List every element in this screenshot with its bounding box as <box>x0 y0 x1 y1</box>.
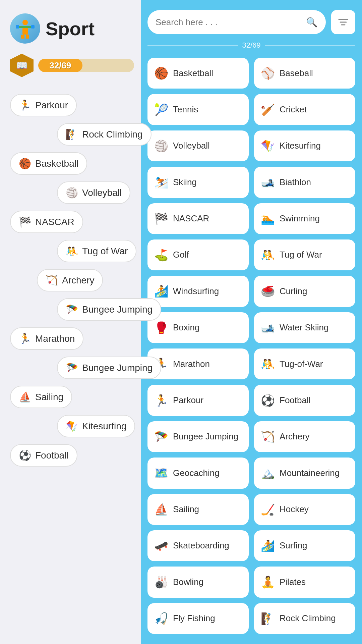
svg-rect-3 <box>31 25 35 29</box>
chip-bungee-1[interactable]: 🪂 Bungee Jumping <box>57 298 161 321</box>
chip-rock-climbing[interactable]: 🧗 Rock Climbing <box>57 123 152 146</box>
svg-rect-4 <box>22 28 28 35</box>
grid-item[interactable]: 🏀Basketball <box>147 58 249 89</box>
chip-sailing[interactable]: ⛵ Sailing <box>10 386 72 408</box>
sport-icon: 🎾 <box>154 103 168 116</box>
chip-marathon[interactable]: 🏃 Marathon <box>10 327 83 350</box>
sport-label: Bowling <box>173 577 203 587</box>
sport-icon: 🪂 <box>154 430 168 443</box>
chip-parkour-label: Parkour <box>35 100 68 111</box>
svg-rect-2 <box>16 25 19 29</box>
search-input[interactable] <box>156 17 302 28</box>
kitesurfing-icon-left: 🪁 <box>66 420 78 432</box>
sport-label: Skateboarding <box>173 540 229 551</box>
grid-item[interactable]: 🛹Skateboarding <box>147 530 249 561</box>
grid-item[interactable]: 🧗Rock Climbing <box>254 603 355 634</box>
grid-item[interactable]: 🏃Marathon <box>147 348 249 379</box>
sport-icon: 🛹 <box>154 539 168 552</box>
sport-icon: 🎿 <box>261 321 275 334</box>
search-box[interactable]: 🔍 <box>147 10 326 34</box>
grid-item[interactable]: ⚽Football <box>254 385 355 416</box>
sport-icon: 🏃 <box>154 394 168 407</box>
sport-label: Water Skiing <box>280 322 328 333</box>
chip-marathon-label: Marathon <box>35 333 75 344</box>
sport-label: Fly Fishing <box>173 613 215 624</box>
chip-volleyball-label: Volleyball <box>82 187 122 198</box>
sailing-icon-left: ⛵ <box>19 391 31 403</box>
chip-tug-of-war[interactable]: 🤼 Tug of War <box>57 240 136 262</box>
sport-label: Volleyball <box>173 141 210 151</box>
grid-item[interactable]: 🥌Curling <box>254 276 355 307</box>
chip-nascar[interactable]: 🏁 NASCAR <box>10 211 83 233</box>
sport-icon: 🏀 <box>154 66 168 80</box>
count-row: 32/69 <box>147 41 355 50</box>
grid-item[interactable]: ⛵Sailing <box>147 494 249 525</box>
grid-item[interactable]: ⚾Baseball <box>254 58 355 89</box>
grid-item[interactable]: 🥊Boxing <box>147 312 249 343</box>
filter-button[interactable] <box>331 10 355 34</box>
chip-parkour[interactable]: 🏃 Parkour <box>10 94 77 116</box>
chip-football[interactable]: ⚽ Football <box>10 444 77 467</box>
grid-item[interactable]: 🤼Tug of War <box>254 239 355 270</box>
bungee-icon-2: 🪂 <box>66 362 78 374</box>
grid-item[interactable]: 🪁Kitesurfing <box>254 130 355 161</box>
sport-label: Surfing <box>280 540 307 551</box>
chip-volleyball[interactable]: 🏐 Volleyball <box>57 181 130 204</box>
grid-item[interactable]: 🤼Tug-of-War <box>254 348 355 379</box>
chip-bungee-2[interactable]: 🪂 Bungee Jumping <box>57 357 161 379</box>
grid-item[interactable]: 🎿Biathlon <box>254 167 355 198</box>
grid-item[interactable]: 🎳Bowling <box>147 567 249 597</box>
grid-item[interactable]: 🧘Pilates <box>254 567 355 597</box>
sport-icon: 🏐 <box>154 139 168 153</box>
chip-basketball[interactable]: 🏀 Basketball <box>10 152 87 175</box>
sport-label: Tug of War <box>280 250 322 260</box>
sport-label: Cricket <box>280 104 307 115</box>
chip-row-4: 🏐 Volleyball <box>10 181 134 204</box>
football-icon-left: ⚽ <box>19 449 31 461</box>
grid-item[interactable]: 🏁NASCAR <box>147 203 249 234</box>
chip-kitesurfing-label: Kitesurfing <box>82 421 126 432</box>
chip-kitesurfing[interactable]: 🪁 Kitesurfing <box>57 415 135 437</box>
sport-icon: 🧗 <box>261 612 275 625</box>
grid-item[interactable]: 🏔️Mountaineering <box>254 458 355 488</box>
chip-row-1: 🏃 Parkour <box>10 94 134 116</box>
chip-row-9: 🏃 Marathon <box>10 327 134 350</box>
sport-icon: 🥌 <box>261 284 275 298</box>
grid-item[interactable]: 🏐Volleyball <box>147 130 249 161</box>
grid-item[interactable]: 🎣Fly Fishing <box>147 603 249 634</box>
sport-label: Parkour <box>173 395 203 406</box>
chip-row-3: 🏀 Basketball <box>10 152 134 175</box>
chip-archery[interactable]: 🏹 Archery <box>37 269 103 291</box>
svg-rect-6 <box>26 35 29 39</box>
grid-item[interactable]: 🎾Tennis <box>147 94 249 125</box>
grid-item[interactable]: 🗺️Geocaching <box>147 458 249 488</box>
sport-label: Football <box>280 395 311 406</box>
progress-section: 📖 32/69 <box>10 54 134 77</box>
chip-archery-label: Archery <box>62 275 94 286</box>
grid-item[interactable]: 🏄Windsurfing <box>147 276 249 307</box>
sport-icon: 🏹 <box>261 430 275 443</box>
grid-item[interactable]: 🪂Bungee Jumping <box>147 421 249 452</box>
sport-label: Tug-of-War <box>280 359 323 369</box>
right-panel: 🔍 32/69 🏀Basketball⚾Baseball🎾Tennis🏏Cric… <box>141 0 362 644</box>
page-title: Sport <box>46 18 95 40</box>
progress-bar: 32/69 <box>38 59 134 72</box>
grid-item[interactable]: ⛷️Skiing <box>147 167 249 198</box>
sport-icon: ⛳ <box>154 248 168 262</box>
grid-item[interactable]: 🏹Archery <box>254 421 355 452</box>
grid-item[interactable]: ⛳Golf <box>147 239 249 270</box>
nascar-icon-left: 🏁 <box>19 216 31 228</box>
grid-item[interactable]: 🏏Cricket <box>254 94 355 125</box>
grid-item[interactable]: 🏊Swimming <box>254 203 355 234</box>
sport-icon: ⚽ <box>261 394 275 407</box>
search-row: 🔍 <box>147 10 355 34</box>
grid-item[interactable]: 🎿Water Skiing <box>254 312 355 343</box>
tug-of-war-icon-left: 🤼 <box>66 245 78 257</box>
sport-label: Geocaching <box>173 468 220 478</box>
sport-label: Biathlon <box>280 177 311 187</box>
grid-item[interactable]: 🏄Surfing <box>254 530 355 561</box>
search-icon: 🔍 <box>306 17 318 28</box>
left-panel: Sport 📖 32/69 🏃 Parkour 🧗 Rock Climbing <box>0 0 141 644</box>
grid-item[interactable]: 🏃Parkour <box>147 385 249 416</box>
grid-item[interactable]: 🏒Hockey <box>254 494 355 525</box>
